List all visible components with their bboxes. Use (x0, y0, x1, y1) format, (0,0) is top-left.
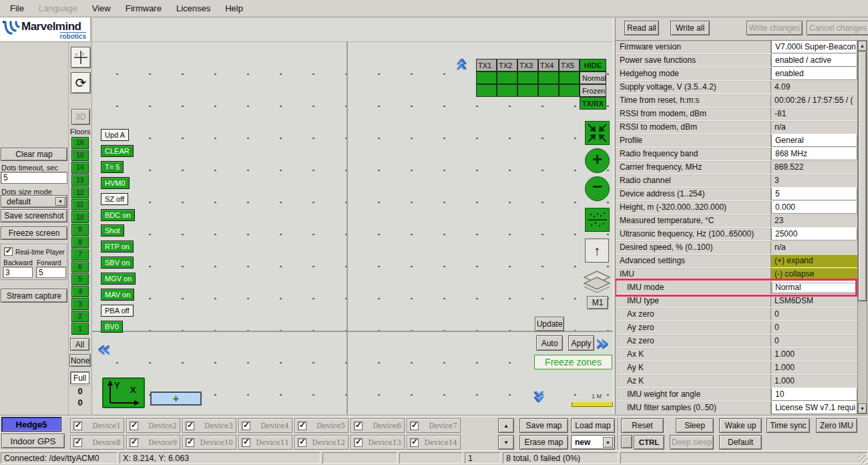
setting-row-radio-frequency-band[interactable]: Radio frequency band868 MHz (616, 148, 857, 161)
floor-button-9[interactable]: 9 (71, 224, 89, 236)
default-button[interactable]: Default (719, 435, 762, 450)
dropdown-arrow-icon[interactable]: ▼ (55, 197, 65, 206)
clear-map-button[interactable]: Clear map (1, 148, 67, 161)
map-toggle-t-5[interactable]: T= 5 (101, 161, 124, 173)
menu-help[interactable]: Help (218, 3, 250, 13)
backward-input[interactable]: 3 (3, 267, 33, 278)
map-toggle-pba-off[interactable]: PBA off (101, 305, 134, 317)
tx-hide-button[interactable]: HIDE (580, 59, 606, 71)
wake-up-button[interactable]: Wake up (719, 418, 762, 433)
tx-header-tx5[interactable]: TX5 (559, 59, 580, 71)
setting-row-hedgehog-mode[interactable]: Hedgehog modeenabled (616, 67, 857, 81)
setting-value-imu-type[interactable]: LSM6DSM (771, 295, 857, 307)
setting-value-ax-zero[interactable]: 0 (771, 308, 857, 321)
setting-value-firmware-version[interactable]: V7.000i Super-Beacon (771, 41, 857, 53)
device-cell-device8[interactable]: ✓Device8 (70, 435, 124, 450)
floor-button-12[interactable]: 12 (71, 186, 89, 198)
tx-normal-cell[interactable] (559, 71, 580, 84)
floor-button-6[interactable]: 6 (71, 261, 89, 273)
update-button[interactable]: Update (535, 317, 564, 331)
setting-value-profile[interactable]: General (771, 134, 857, 147)
load-map-button[interactable]: Load map (571, 418, 615, 433)
setting-row-ay-k[interactable]: Ay K1.000 (616, 361, 857, 375)
map-toggle-sbv-on[interactable]: SBV on (101, 257, 134, 269)
map-toggle-clear[interactable]: CLEAR (101, 145, 134, 157)
setting-value-rssi-from-modem-dbm[interactable]: -81 (771, 108, 857, 120)
floors-none-button[interactable]: None (69, 354, 91, 367)
setting-value-carrier-frequency-mhz[interactable]: 869.522 (771, 161, 857, 174)
map-toggle-mav-on[interactable]: MAV on (101, 289, 134, 301)
floor-button-11[interactable]: 11 (71, 199, 89, 211)
setting-value-advanced-settings[interactable]: (+) expand (771, 255, 857, 267)
scroll-up-button[interactable]: ▲ (858, 41, 867, 51)
setting-row-carrier-frequency-mhz[interactable]: Carrier frequency, MHz869.522 (616, 161, 857, 174)
device-cell-device9[interactable]: ✓Device9 (126, 435, 180, 450)
time-sync-button[interactable]: Time sync (767, 418, 810, 433)
map-toggle-hvm0[interactable]: HVM0 (101, 177, 130, 189)
setting-value-device-address-1-254[interactable]: 5 (771, 188, 857, 200)
device-list-up-button[interactable]: ▲ (498, 418, 514, 433)
setting-value-power-save-functions[interactable]: enabled / active (771, 54, 857, 67)
device-cell-device11[interactable]: ✓Device11 (238, 435, 292, 450)
deep-sleep-button[interactable]: Deep sleep (670, 435, 714, 450)
device-checkbox-device6[interactable]: ✓ (354, 422, 363, 430)
setting-row-radio-channel[interactable]: Radio channel3 (616, 174, 857, 188)
pan-right-chevron-icon[interactable]: » (595, 334, 609, 351)
map-toggle-bv0[interactable]: BV0 (101, 321, 123, 333)
setting-row-advanced-settings[interactable]: Advanced settings(+) expand (616, 255, 857, 268)
device-list-down-button[interactable]: ▼ (498, 435, 514, 450)
ctrl-checkbox[interactable] (621, 435, 632, 448)
device-cell-device12[interactable]: ✓Device12 (294, 435, 349, 450)
auto-button[interactable]: Auto (536, 335, 563, 351)
layers-button[interactable] (581, 269, 613, 294)
device-checkbox-device8[interactable]: ✓ (73, 438, 82, 447)
floor-button-7[interactable]: 7 (71, 249, 89, 261)
pan-left-chevron-icon[interactable]: » (97, 343, 112, 360)
setting-value-rssi-to-modem-dbm[interactable]: n/a (771, 121, 857, 134)
menu-view[interactable]: View (85, 3, 118, 13)
add-submap-button[interactable]: + (150, 392, 202, 406)
setting-row-ax-k[interactable]: Ax K1.000 (616, 348, 857, 361)
device-cell-device5[interactable]: ✓Device5 (294, 418, 349, 433)
map-canvas[interactable]: » TX1TX2TX3TX4TX5HIDENormalFrozenTX/RX »… (91, 18, 613, 414)
setting-row-ultrasonic-frequency-hz-100-65000[interactable]: Ultrasonic frequency, Hz (100..65000)250… (616, 228, 857, 241)
tx-header-tx2[interactable]: TX2 (497, 59, 517, 71)
floor-button-1[interactable]: 1 (71, 323, 89, 335)
device-checkbox-device9[interactable]: ✓ (130, 438, 138, 447)
tx-frozen-cell[interactable] (538, 84, 559, 97)
floor-button-16[interactable]: 16 (71, 137, 89, 149)
setting-row-time-from-reset-h-m-s[interactable]: Time from reset, h:m:s00:00:26 / 17:57:5… (616, 94, 857, 108)
scrollbar-thumb[interactable] (858, 51, 867, 301)
setting-row-imu-mode[interactable]: IMU modeNormal (616, 281, 857, 295)
device-cell-device6[interactable]: ✓Device6 (351, 418, 405, 433)
tx-header-tx4[interactable]: TX4 (538, 59, 559, 71)
tx-normal-cell[interactable] (517, 71, 538, 84)
setting-row-firmware-version[interactable]: Firmware versionV7.000i Super-Beacon (616, 41, 857, 54)
scroll-down-button[interactable]: ▼ (858, 404, 867, 414)
setting-row-measured-temperature-c[interactable]: Measured temperature, °C23 (616, 214, 857, 228)
tx-txrx-button[interactable]: TX/RX (580, 97, 606, 110)
floor-button-14[interactable]: 14 (71, 162, 89, 174)
tx-normal-cell[interactable] (497, 71, 517, 84)
setting-row-power-save-functions[interactable]: Power save functionsenabled / active (616, 54, 857, 67)
setting-row-supply-voltage-v-3-5-4-2[interactable]: Supply voltage, V (3.5..4.2)4.09 (616, 81, 857, 94)
setting-value-height-m-320-000-320-000[interactable]: 0.000 (771, 201, 857, 214)
tx-normal-cell[interactable] (538, 71, 559, 84)
setting-value-imu-filter-samples-0-50[interactable]: License SW v7.1 requi (771, 402, 857, 414)
device-checkbox-device14[interactable]: ✓ (410, 438, 419, 447)
write-changes-button[interactable]: Write changes (746, 21, 803, 35)
device-cell-device7[interactable]: ✓Device7 (407, 418, 461, 433)
cancel-changes-button[interactable]: Cancel changes (807, 21, 868, 35)
save-screenshot-button[interactable]: Save screenshot (1, 209, 67, 222)
m1-button[interactable]: M1 (587, 296, 608, 309)
write-all-button[interactable]: Write all (670, 21, 710, 35)
setting-value-imu[interactable]: (-) collapse (771, 268, 857, 281)
setting-row-az-zero[interactable]: Az zero0 (616, 335, 857, 348)
floor-button-10[interactable]: 10 (71, 211, 89, 223)
dropdown-arrow-icon[interactable]: ▼ (603, 437, 613, 448)
device-checkbox-device13[interactable]: ✓ (354, 438, 363, 447)
setting-row-rssi-to-modem-dbm[interactable]: RSSI to modem, dBmn/a (616, 121, 857, 134)
setting-row-device-address-1-254[interactable]: Device address (1..254)5 (616, 188, 857, 201)
dots-timeout-input[interactable]: 5 (1, 172, 67, 184)
zero-imu-button[interactable]: Zero IMU (816, 418, 857, 433)
